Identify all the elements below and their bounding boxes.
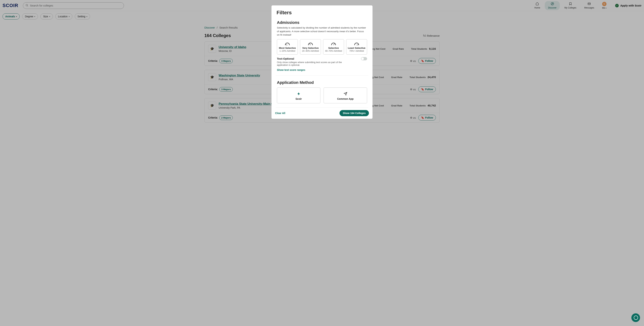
test-optional-row: Test-Optional Only show colleges where s… — [277, 57, 367, 66]
show-colleges-button[interactable]: Show 164 Colleges — [340, 110, 369, 116]
panel-admissions: Admissions Selectivity is calculated by … — [276, 19, 368, 76]
selectivity-grid: Most Selective 1–20% Admitted Very Selec… — [277, 39, 367, 55]
selectivity-most[interactable]: Most Selective 1–20% Admitted — [277, 39, 298, 55]
selectivity-title: Most Selective — [278, 47, 296, 49]
modal-overlay[interactable]: Filters Admissions Selectivity is calcul… — [0, 0, 644, 326]
help-fab[interactable] — [631, 313, 640, 322]
selectivity-title: Least Selective — [348, 47, 366, 49]
gauge-icon — [354, 43, 359, 45]
selectivity-title: Selective — [325, 47, 342, 49]
selectivity-selective[interactable]: Selective 40–70% Admitted — [323, 39, 344, 55]
gauge-icon — [308, 43, 313, 45]
modal-footer: Clear All Show 164 Colleges — [272, 107, 372, 119]
selectivity-title: Very Selective — [302, 47, 319, 49]
app-method-label: Common App — [326, 97, 365, 100]
app-method-label: Scoir — [279, 97, 318, 100]
app-method-common-app[interactable]: Common App — [324, 87, 367, 103]
test-optional-toggle[interactable] — [361, 57, 367, 60]
app-method-heading: Application Method — [277, 80, 367, 85]
admissions-desc: Selectivity is calculated by dividing th… — [277, 26, 367, 37]
paper-plane-icon — [343, 92, 348, 96]
selectivity-sub: 40–70% Admitted — [325, 50, 342, 52]
selectivity-very[interactable]: Very Selective 20–40% Admitted — [300, 39, 321, 55]
bolt-icon — [296, 92, 301, 96]
panel-application-method: Application Method Scoir Common App — [276, 76, 368, 107]
test-optional-title: Test-Optional — [277, 57, 342, 60]
selectivity-sub: 20–40% Admitted — [302, 50, 319, 52]
modal-body[interactable]: Admissions Selectivity is calculated by … — [272, 19, 372, 107]
admissions-heading: Admissions — [277, 20, 367, 25]
app-method-scoir[interactable]: Scoir — [277, 87, 320, 103]
gauge-icon — [331, 43, 336, 45]
modal-title: Filters — [276, 10, 368, 16]
clear-all-button[interactable]: Clear All — [275, 112, 285, 115]
gauge-icon — [285, 43, 290, 45]
selectivity-sub: 1–20% Admitted — [278, 50, 296, 52]
selectivity-sub: 70%+ Admitted — [348, 50, 366, 52]
selectivity-least[interactable]: Least Selective 70%+ Admitted — [346, 39, 367, 55]
filters-modal: Filters Admissions Selectivity is calcul… — [272, 6, 372, 119]
show-test-score-ranges[interactable]: Show test score ranges — [277, 69, 367, 71]
modal-header: Filters — [272, 6, 372, 19]
test-optional-desc: Only show colleges where submitting test… — [277, 61, 342, 66]
